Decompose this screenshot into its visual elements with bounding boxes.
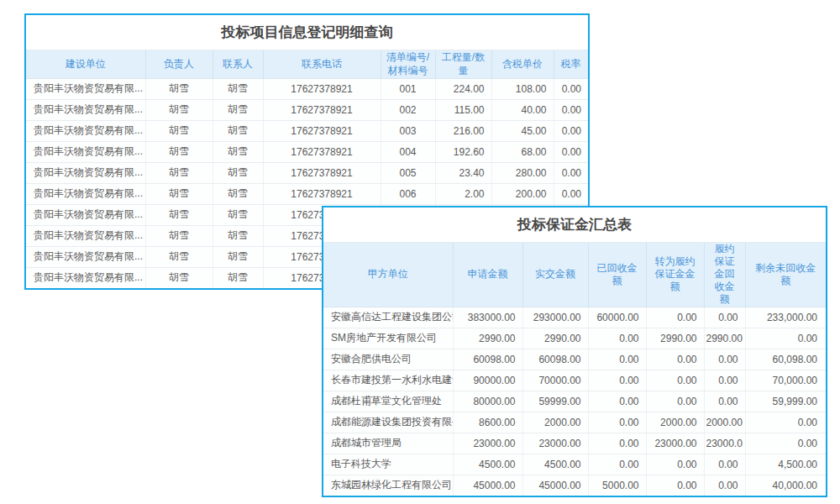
front-table-cell: 0.00: [588, 328, 646, 349]
front-table-cell: 0.00: [646, 349, 704, 370]
front-table-cell: 0.00: [588, 412, 646, 433]
front-table-cell: 0.00: [745, 412, 826, 433]
back-table-cell: 胡雪: [213, 183, 263, 204]
back-table-cell: 192.60: [435, 141, 491, 162]
front-table-cell: 70000.00: [522, 370, 588, 391]
front-table-column-header: 甲方单位: [323, 243, 453, 307]
back-table-cell: 贵阳丰沃物资贸易有限...: [26, 183, 145, 204]
front-table-cell: 0.00: [704, 391, 745, 412]
front-table-cell[interactable]: 成都城市管理局: [323, 433, 453, 454]
back-table-cell: 贵阳丰沃物资贸易有限...: [26, 141, 145, 162]
front-table-cell: 0.00: [588, 349, 646, 370]
front-table-column-header: 履约保证金回收金额: [704, 243, 745, 307]
front-table-cell: 5000.00: [588, 475, 646, 496]
back-table-cell: 贵阳丰沃物资贸易有限...: [26, 99, 145, 120]
front-table-cell: 23000.00: [522, 433, 588, 454]
front-table-row: 电子科技大学4500.004500.000.000.000.004,500.00: [323, 454, 826, 475]
back-table-cell: 108.00: [491, 78, 554, 99]
front-table-cell: 0.00: [646, 454, 704, 475]
back-table-column-header: 负责人: [145, 50, 213, 78]
bid-deposit-summary-table: 甲方单位申请金额实交金额已回收金额转为履约保证金金额履约保证金回收金额剩余未回收…: [323, 243, 826, 496]
back-table-cell: 贵阳丰沃物资贸易有限...: [26, 162, 145, 183]
front-table-cell: 233,000.00: [745, 307, 826, 328]
front-table-row: 安徽高信达工程建设集团公司383000.00293000.0060000.000…: [323, 307, 826, 328]
back-table-cell: 贵阳丰沃物资贸易有限...: [26, 267, 145, 288]
back-table-cell: 胡雪: [213, 162, 263, 183]
back-table-cell: 005: [381, 162, 435, 183]
front-table-column-header: 申请金额: [453, 243, 522, 307]
back-table-cell: 17627378921: [263, 120, 381, 141]
back-table-column-header: 联系电话: [263, 50, 381, 78]
front-table-cell: 80000.00: [453, 391, 522, 412]
back-table-column-header: 含税单价: [491, 50, 554, 78]
front-table-cell: 2000.00: [522, 412, 588, 433]
back-table-cell: 0.00: [554, 99, 588, 120]
front-table-cell: 2990.00: [646, 328, 704, 349]
front-table-cell: 23000.00: [646, 433, 704, 454]
front-table-cell: 4500.00: [522, 454, 588, 475]
front-table-cell: 60,098.00: [745, 349, 826, 370]
front-table-cell: 45000.00: [522, 475, 588, 496]
front-table-row: 长春市建投第一水利水电建设90000.0070000.000.000.000.0…: [323, 370, 826, 391]
back-table-cell: 224.00: [435, 78, 491, 99]
front-table-row: 成都城市管理局23000.0023000.000.0023000.0023000…: [323, 433, 826, 454]
front-table-row: SM房地产开发有限公司2990.002990.000.002990.002990…: [323, 328, 826, 349]
front-table-cell: 23000.00: [453, 433, 522, 454]
front-table-cell[interactable]: 长春市建投第一水利水电建设: [323, 370, 453, 391]
back-table-column-header: 工程量/数量: [435, 50, 491, 78]
front-table-cell[interactable]: 安徽合肥供电公司: [323, 349, 453, 370]
back-table-cell: 23.40: [435, 162, 491, 183]
front-table-cell[interactable]: SM房地产开发有限公司: [323, 328, 453, 349]
back-table-row: 贵阳丰沃物资贸易有限...胡雪胡雪17627378921003216.0045.…: [26, 120, 588, 141]
front-table-cell: 60000.00: [588, 307, 646, 328]
back-table-column-header: 税率: [554, 50, 588, 78]
back-table-cell: 胡雪: [213, 267, 263, 288]
front-table-cell[interactable]: 东城园林绿化工程有限公司: [323, 475, 453, 496]
front-table-cell: 45000.00: [453, 475, 522, 496]
bid-deposit-summary-window: 投标保证金汇总表 甲方单位申请金额实交金额已回收金额转为履约保证金金额履约保证金…: [322, 206, 827, 497]
front-table-cell: 0.00: [646, 307, 704, 328]
back-table-cell: 胡雪: [145, 99, 213, 120]
back-table-cell: 贵阳丰沃物资贸易有限...: [26, 120, 145, 141]
back-table-row: 贵阳丰沃物资贸易有限...胡雪胡雪17627378921001224.00108…: [26, 78, 588, 99]
front-table-cell[interactable]: 成都能源建设集团投资有限公: [323, 412, 453, 433]
back-table-cell: 45.00: [491, 120, 554, 141]
front-table-cell: 0.00: [745, 328, 826, 349]
back-table-cell: 17627378921: [263, 78, 381, 99]
back-table-cell: 胡雪: [145, 120, 213, 141]
back-table-cell: 200.00: [491, 183, 554, 204]
front-table-row: 安徽合肥供电公司60098.0060098.000.000.000.0060,0…: [323, 349, 826, 370]
front-table-cell: 8600.00: [453, 412, 522, 433]
front-table-row: 成都能源建设集团投资有限公8600.002000.000.002000.0020…: [323, 412, 826, 433]
front-table-cell: 0.00: [646, 475, 704, 496]
back-table-cell: 胡雪: [213, 78, 263, 99]
back-table-cell: 胡雪: [145, 204, 213, 225]
front-table-cell: 293000.00: [522, 307, 588, 328]
back-table-cell: 216.00: [435, 120, 491, 141]
back-table-cell: 贵阳丰沃物资贸易有限...: [26, 246, 145, 267]
front-table-cell[interactable]: 成都杜甫草堂文化管理处: [323, 391, 453, 412]
front-table-cell: 0.00: [646, 391, 704, 412]
front-table-body: 安徽高信达工程建设集团公司383000.00293000.0060000.000…: [323, 307, 826, 496]
back-table-cell: 001: [381, 78, 435, 99]
front-table-column-header: 转为履约保证金金额: [646, 243, 704, 307]
front-table-cell: 60098.00: [522, 349, 588, 370]
front-table-cell: 2990.00: [704, 328, 745, 349]
front-table-cell[interactable]: 电子科技大学: [323, 454, 453, 475]
back-table-cell: 胡雪: [213, 141, 263, 162]
front-table-cell[interactable]: 安徽高信达工程建设集团公司: [323, 307, 453, 328]
front-table-cell: 23000.0: [704, 433, 745, 454]
back-table-cell: 胡雪: [145, 162, 213, 183]
front-table-row: 东城园林绿化工程有限公司45000.0045000.005000.000.000…: [323, 475, 826, 496]
front-table-cell: 2000.00: [704, 412, 745, 433]
back-table-cell: 0.00: [554, 162, 588, 183]
front-table-cell: 90000.00: [453, 370, 522, 391]
front-table-cell: 0.00: [646, 370, 704, 391]
back-table-cell: 胡雪: [213, 204, 263, 225]
back-table-cell: 胡雪: [145, 141, 213, 162]
back-table-row: 贵阳丰沃物资贸易有限...胡雪胡雪17627378921004192.6068.…: [26, 141, 588, 162]
back-table-cell: 17627378921: [263, 162, 381, 183]
back-table-cell: 胡雪: [213, 225, 263, 246]
back-table-cell: 胡雪: [213, 120, 263, 141]
back-table-header-row: 建设单位负责人联系人联系电话清单编号/材料编号工程量/数量含税单价税率: [26, 50, 588, 78]
